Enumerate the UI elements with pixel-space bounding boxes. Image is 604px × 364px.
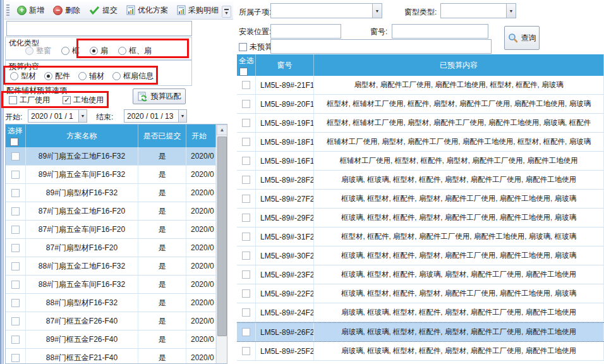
no-budget-checkbox[interactable]: 未预算: bbox=[239, 42, 274, 52]
no-budget-input[interactable] bbox=[270, 39, 492, 54]
budget-radio[interactable]: 辅材 bbox=[78, 71, 104, 82]
plan-table-row[interactable]: 87#门扇五金工地F16-F20 是 2020/0 bbox=[6, 202, 216, 221]
window-table-row[interactable]: LM5L-89#-29F27 框玻璃, 框型材, 框配件, 扇型材, 扇配件工厂… bbox=[237, 209, 604, 228]
row-checkbox[interactable] bbox=[11, 317, 20, 325]
row-checkbox[interactable] bbox=[242, 233, 250, 241]
install-position-input[interactable] bbox=[270, 24, 341, 39]
plan-table-row[interactable]: 87#门扇型材F16-F20 是 2020/0 bbox=[6, 239, 216, 257]
row-checkbox[interactable] bbox=[242, 195, 250, 203]
usage-checkbox[interactable]: 工地使用 bbox=[63, 95, 104, 106]
row-checkbox[interactable] bbox=[11, 299, 20, 307]
budget-radio[interactable]: 型材 bbox=[10, 71, 36, 82]
start-column-header[interactable]: 开始 bbox=[186, 124, 216, 147]
row-checkbox[interactable] bbox=[242, 308, 250, 317]
opt-type-radio[interactable]: 整窗 bbox=[25, 46, 51, 56]
sub-item-select[interactable]: ▼ bbox=[270, 3, 382, 18]
usage-checkbox[interactable]: 工厂使用 bbox=[9, 95, 50, 106]
end-date-picker[interactable]: 2020 / 01 / 13 ▼ bbox=[124, 109, 187, 123]
start-date-cell: 2020/0 bbox=[186, 276, 216, 293]
submitted-column-header[interactable]: 是否已提交 bbox=[138, 124, 186, 147]
plan-filter-input[interactable] bbox=[6, 21, 192, 36]
row-checkbox[interactable] bbox=[242, 81, 250, 89]
scrollbar-up-icon[interactable]: ▲ bbox=[217, 124, 227, 135]
window-table-row[interactable]: LM5L-89#-25F23 扇玻璃, 框玻璃, 框型材, 框配件, 扇型材, … bbox=[237, 342, 604, 361]
window-no-column-header[interactable]: 窗号 bbox=[256, 54, 314, 76]
plan-table-row[interactable]: 87#门扇五金车间F16-F20 是 2020/0 bbox=[6, 221, 216, 239]
window-table-row[interactable]: LM5L-89#-20F18 框型材, 框辅材工厂使用, 框配件, 扇型材, 扇… bbox=[237, 95, 604, 114]
budget-radio[interactable]: 配件 bbox=[44, 71, 70, 82]
row-checkbox[interactable] bbox=[242, 328, 250, 336]
row-checkbox[interactable] bbox=[242, 176, 250, 184]
window-table-row[interactable]: LM5L-89#-18F16 框辅材工厂使用, 扇型材, 扇配件工厂使用, 扇配… bbox=[237, 133, 604, 152]
budget-content-column-header[interactable]: 已预算内容 bbox=[314, 54, 604, 76]
opt-type-radio[interactable]: 框 bbox=[61, 46, 80, 56]
row-checkbox[interactable] bbox=[11, 171, 20, 179]
submit-button[interactable]: 提交 bbox=[85, 3, 122, 18]
plan-table-row[interactable]: 87#门框五金F26-F40 是 2020/0 bbox=[6, 312, 216, 331]
window-type-select[interactable]: ▼ bbox=[440, 3, 516, 18]
chevron-down-icon[interactable]: ▼ bbox=[178, 110, 186, 122]
optimize-plan-button[interactable]: 优化方案 bbox=[122, 3, 172, 18]
opt-type-radio[interactable]: 扇 bbox=[90, 46, 108, 56]
window-table-row[interactable]: LM5L-89#-24F22 扇玻璃, 框玻璃, 框型材, 框配件, 扇型材, … bbox=[237, 303, 604, 322]
window-table-row[interactable]: LM5L-89#-21F19 扇型材, 扇配件工厂使用, 扇配件工地使用, 框型… bbox=[237, 76, 604, 95]
window-table-row[interactable]: LM5L-89#-30F28 框玻璃, 框型材, 框配件, 扇型材, 扇配件工厂… bbox=[237, 246, 604, 265]
row-checkbox[interactable] bbox=[242, 100, 250, 108]
app-window: + 新增 − 删除 提交 优化方案 采购明细 ▼ ▼ bbox=[0, 0, 604, 364]
window-table-row[interactable]: LM5L-89#-26F24 扇玻璃, 框玻璃, 框型材, 框配件, 扇型材, … bbox=[237, 322, 604, 342]
select-column-header: 选择 bbox=[6, 124, 26, 147]
row-checkbox[interactable] bbox=[11, 262, 20, 270]
window-table-row[interactable]: LM5L-89#-23F21 框玻璃, 框型材, 框配件, 扇玻璃, 扇型材, … bbox=[237, 265, 604, 284]
row-checkbox[interactable] bbox=[242, 270, 250, 279]
row-checkbox[interactable] bbox=[242, 347, 250, 355]
chevron-down-icon[interactable]: ▼ bbox=[78, 110, 87, 122]
window-table-row[interactable]: LM5L-89#-31F29 框型材, 框配件, 扇型材, 扇配件工厂使用, 扇… bbox=[237, 228, 604, 246]
row-checkbox[interactable] bbox=[11, 152, 20, 161]
plan-table-row[interactable]: 89#门扇五金工地F16-F32 是 2020/0 bbox=[6, 147, 216, 166]
row-checkbox[interactable] bbox=[11, 189, 20, 197]
row-checkbox[interactable] bbox=[11, 336, 20, 344]
query-button[interactable]: 查询 bbox=[504, 26, 540, 50]
select-all-checkbox[interactable] bbox=[10, 138, 18, 146]
row-checkbox[interactable] bbox=[242, 157, 250, 165]
add-button[interactable]: + 新增 bbox=[13, 3, 49, 18]
chevron-down-icon[interactable]: ▼ bbox=[372, 4, 382, 18]
row-checkbox[interactable] bbox=[242, 119, 250, 127]
window-table-row[interactable]: LM5L-89#-28F26 扇玻璃, 框玻璃, 框型材, 框配件, 扇型材, … bbox=[237, 171, 604, 190]
opt-type-radio[interactable]: 框、扇 bbox=[118, 46, 152, 56]
toolbar-overflow-button[interactable]: ▼ bbox=[222, 6, 231, 18]
start-date-picker[interactable]: 2020 / 01 / 1 ▼ bbox=[28, 109, 87, 123]
budget-match-button[interactable]: 预算匹配 bbox=[133, 88, 186, 104]
row-checkbox[interactable] bbox=[11, 244, 20, 252]
window-no-input[interactable] bbox=[392, 24, 488, 39]
plan-table-row[interactable]: 88#门扇型材F16-F32 是 2020/0 bbox=[6, 294, 216, 312]
window-table-row[interactable]: LM5L-89#-27F25 框玻璃, 框型材, 框配件, 扇型材, 扇配件工厂… bbox=[237, 190, 604, 209]
name-column-header[interactable]: 方案名称 bbox=[26, 124, 138, 147]
row-checkbox[interactable] bbox=[242, 138, 250, 146]
window-table-row[interactable]: LM5L-89#-22F20 框玻璃, 框型材, 框配件, 扇型材, 扇配件工厂… bbox=[237, 284, 604, 303]
plan-table-row[interactable]: 88#门扇五金车间F16-F32 是 2020/0 bbox=[6, 276, 216, 294]
row-checkbox[interactable] bbox=[11, 281, 20, 289]
plan-table-row[interactable]: 88#门框五金F21-F40 是 2020/0 bbox=[6, 349, 216, 364]
budget-radio[interactable]: 框扇信息 bbox=[112, 71, 154, 82]
chevron-down-icon[interactable]: ▼ bbox=[506, 4, 516, 18]
delete-button[interactable]: − 删除 bbox=[49, 3, 85, 18]
plan-table-row[interactable]: 89#门扇五金车间F16-F32 是 2020/0 bbox=[6, 166, 216, 184]
row-checkbox[interactable] bbox=[242, 289, 250, 298]
row-checkbox[interactable] bbox=[11, 226, 20, 234]
window-no-cell: LM5L-89#-20F18 bbox=[256, 95, 314, 113]
window-table-row[interactable]: LM5L-89#-19F17 框型材, 框辅材工厂使用, 扇型材, 扇配件工厂使… bbox=[237, 114, 604, 133]
toolbar-grip[interactable] bbox=[6, 4, 9, 16]
acc-options-checkboxes: 工厂使用 工地使用 bbox=[9, 95, 135, 106]
scrollbar-thumb[interactable] bbox=[217, 136, 227, 336]
row-checkbox[interactable] bbox=[242, 252, 250, 260]
plan-table-row[interactable]: 89#门扇型材F16-F32 是 2020/0 bbox=[6, 184, 216, 202]
row-checkbox[interactable] bbox=[11, 354, 20, 362]
row-checkbox[interactable] bbox=[242, 214, 250, 222]
plan-table-row[interactable]: 89#门框五金F26-F40 是 2020/0 bbox=[6, 331, 216, 349]
plan-table-row[interactable]: 88#门扇五金工地F16-F32 是 2020/0 bbox=[6, 257, 216, 276]
row-checkbox[interactable] bbox=[11, 207, 20, 215]
window-table-row[interactable]: LM5L-89#-16F15 框辅材工厂使用, 框型材, 框配件, 扇型材, 扇… bbox=[237, 152, 604, 171]
vertical-scrollbar[interactable]: ▲ bbox=[216, 124, 227, 363]
select-all-checkbox[interactable] bbox=[239, 68, 248, 76]
